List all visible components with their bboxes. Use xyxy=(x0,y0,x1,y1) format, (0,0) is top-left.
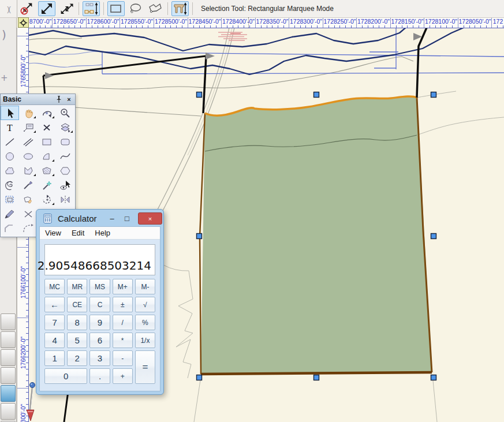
calc-key-MS[interactable]: MS xyxy=(89,279,110,294)
tool-ellipse[interactable] xyxy=(19,149,38,163)
tool-double-line[interactable] xyxy=(19,135,38,149)
calc-key-1[interactable]: 1 xyxy=(44,350,65,366)
calc-key-7[interactable]: 7 xyxy=(44,315,65,330)
toolbar-button-move[interactable] xyxy=(38,1,55,16)
partial-tool-icon: + xyxy=(1,73,8,83)
tool-line[interactable] xyxy=(1,135,19,149)
calc-key-±[interactable]: ± xyxy=(113,297,133,312)
calc-key-MC[interactable]: MC xyxy=(44,279,65,294)
calc-key-1/x[interactable]: 1/x xyxy=(135,333,155,348)
ruler-label: 1728250'-0" xyxy=(323,17,357,28)
tool-marquee[interactable] xyxy=(1,192,19,207)
selection-handle[interactable] xyxy=(314,375,319,380)
tool-rotate[interactable] xyxy=(38,192,56,207)
tool-select[interactable] xyxy=(1,106,19,120)
tool-freehand-polygon[interactable] xyxy=(38,163,56,178)
tool-eyedropper[interactable] xyxy=(19,178,38,192)
tool-callout[interactable] xyxy=(19,120,38,135)
palette-header[interactable]: Basic × xyxy=(1,94,75,105)
selection-handle[interactable] xyxy=(431,92,436,98)
tool-chamfer[interactable] xyxy=(1,221,19,236)
tool-fillet[interactable] xyxy=(19,221,38,236)
toolbar-button-dimension-spacing[interactable] xyxy=(83,1,100,16)
calc-key-/[interactable]: / xyxy=(113,315,133,330)
dock-button[interactable] xyxy=(1,349,16,366)
calc-key-CE[interactable]: CE xyxy=(67,297,87,312)
toolbar-button-table-spacing[interactable] xyxy=(171,1,189,16)
tool-delete[interactable] xyxy=(38,120,56,135)
tool-arc[interactable] xyxy=(38,149,56,163)
calculator-titlebar[interactable]: Calculator – □ × xyxy=(36,210,163,226)
toolbar-button-move-multiple[interactable] xyxy=(58,1,75,16)
horizontal-ruler[interactable]: 8700'-0"1728650'-0"1728600'-0"1728550'-0… xyxy=(29,17,504,28)
calc-key-+[interactable]: + xyxy=(113,368,133,384)
selection-handle[interactable] xyxy=(431,234,436,239)
tool-text[interactable]: T xyxy=(1,120,19,135)
calc-key-5[interactable]: 5 xyxy=(67,333,87,348)
tool-cloud[interactable] xyxy=(1,163,19,178)
calc-key-2[interactable]: 2 xyxy=(67,350,87,366)
calc-key-√[interactable]: √ xyxy=(135,297,155,312)
toolbar-button-move-disabled[interactable] xyxy=(18,1,36,16)
minimize-button[interactable]: – xyxy=(104,214,120,223)
calc-key-3[interactable]: 3 xyxy=(89,350,110,366)
tool-hexagon[interactable] xyxy=(56,163,74,178)
ruler-origin-button[interactable] xyxy=(18,17,29,28)
calc-key-9[interactable]: 9 xyxy=(89,315,110,330)
calculator-window[interactable]: Calculator – □ × ViewEditHelp 2.90548668… xyxy=(36,209,164,395)
dock-button-active[interactable] xyxy=(1,385,16,402)
tool-rectangle[interactable] xyxy=(38,135,56,149)
tool-push-shape[interactable] xyxy=(19,192,38,207)
tool-rounded-rectangle[interactable] xyxy=(56,135,74,149)
menu-help[interactable]: Help xyxy=(89,229,115,237)
calc-key-MR[interactable]: MR xyxy=(67,279,87,294)
calc-key-%[interactable]: % xyxy=(135,315,155,330)
close-icon[interactable]: × xyxy=(65,95,73,103)
calc-key-*[interactable]: * xyxy=(113,333,133,348)
move-icon xyxy=(39,2,54,16)
calc-key-4[interactable]: 4 xyxy=(44,333,65,348)
calc-key-.[interactable]: . xyxy=(89,368,110,384)
menu-view[interactable]: View xyxy=(40,229,66,237)
calc-key-6[interactable]: 6 xyxy=(89,333,110,348)
hexagon-icon xyxy=(59,166,71,176)
calc-key-=[interactable]: = xyxy=(135,350,155,384)
toolbar-button-lasso[interactable] xyxy=(127,1,144,16)
tool-pen[interactable] xyxy=(1,207,19,221)
tool-magic-wand[interactable] xyxy=(38,178,56,192)
maximize-button[interactable]: □ xyxy=(120,214,135,223)
tool-cross[interactable] xyxy=(19,207,38,221)
selection-handle[interactable] xyxy=(197,234,202,239)
selected-parcel-polygon[interactable] xyxy=(200,96,432,374)
menu-edit[interactable]: Edit xyxy=(66,229,89,237)
tool-circle[interactable] xyxy=(1,149,19,163)
tool-layers[interactable] xyxy=(56,120,74,135)
selection-handle[interactable] xyxy=(431,375,436,380)
pin-icon[interactable] xyxy=(54,95,63,103)
calc-key-M-[interactable]: M- xyxy=(135,279,155,294)
toolbar-button-rectangular-marquee[interactable] xyxy=(107,1,125,16)
dock-button[interactable] xyxy=(1,367,16,384)
dock-button[interactable] xyxy=(1,331,16,348)
selection-handle[interactable] xyxy=(314,92,319,98)
tool-curve[interactable] xyxy=(56,149,74,163)
tool-orbit[interactable] xyxy=(38,106,56,120)
calc-key--[interactable]: - xyxy=(113,350,133,366)
dock-button[interactable] xyxy=(1,403,16,420)
calc-key-C[interactable]: C xyxy=(89,297,110,312)
toolbar-button-polygon-lasso[interactable] xyxy=(147,1,164,16)
selection-handle[interactable] xyxy=(197,375,202,380)
tool-polygon[interactable] xyxy=(19,163,38,178)
tool-pan[interactable] xyxy=(19,106,38,120)
calc-key-M+[interactable]: M+ xyxy=(113,279,133,294)
dock-button[interactable] xyxy=(1,313,16,330)
calc-key-←[interactable]: ← xyxy=(44,297,65,312)
tool-mirror[interactable] xyxy=(56,192,74,207)
calc-key-8[interactable]: 8 xyxy=(67,315,87,330)
tool-zoom[interactable] xyxy=(56,106,74,120)
close-button[interactable]: × xyxy=(138,212,162,225)
selection-handle[interactable] xyxy=(197,92,202,98)
tool-spiral[interactable] xyxy=(1,178,19,192)
tool-select-visible[interactable] xyxy=(56,178,74,192)
calc-key-0[interactable]: 0 xyxy=(44,368,87,384)
